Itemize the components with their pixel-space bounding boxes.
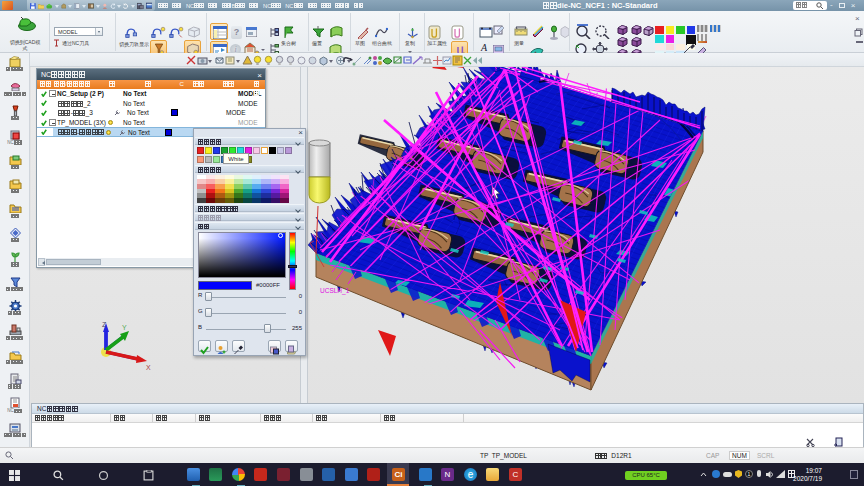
svg-text:X: X xyxy=(146,364,151,371)
svg-text:Z: Z xyxy=(102,321,107,328)
svg-text:Y: Y xyxy=(122,324,127,331)
svg-text:UCSLH_1: UCSLH_1 xyxy=(320,287,350,295)
